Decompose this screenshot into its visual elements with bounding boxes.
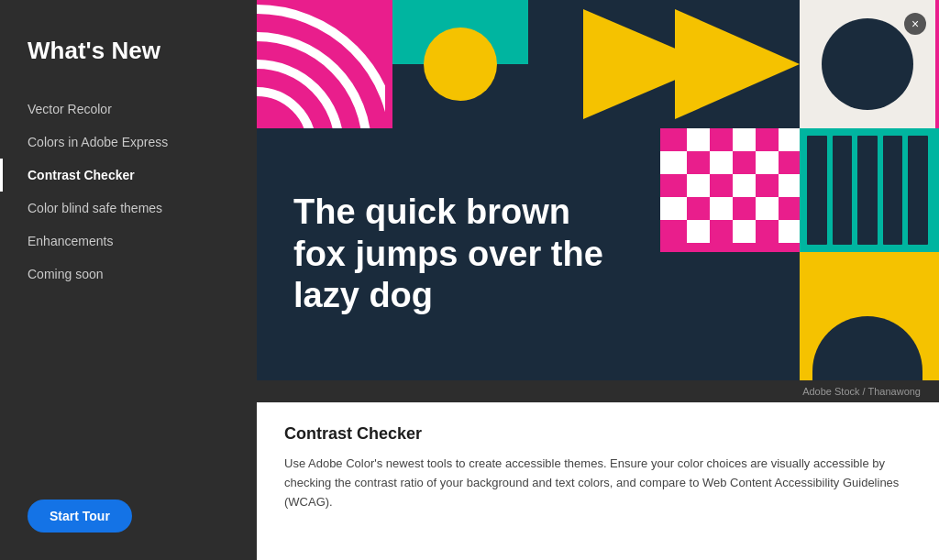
sidebar-item-coming-soon[interactable]: Coming soon xyxy=(0,258,257,291)
svg-rect-57 xyxy=(733,197,756,220)
hero-text-panel: The quick brown fox jumps over the lazy … xyxy=(257,128,660,380)
mosaic-cell-yellow-halfcircle xyxy=(800,252,935,380)
sidebar: What's New Vector Recolor Colors in Adob… xyxy=(0,0,257,560)
mosaic-cell-checkerboard2 xyxy=(664,128,800,252)
svg-rect-61 xyxy=(687,220,710,243)
svg-rect-55 xyxy=(687,197,710,220)
svg-rect-42 xyxy=(664,151,687,174)
mosaic-cell-pink-arcs xyxy=(257,0,392,128)
svg-rect-56 xyxy=(710,197,733,220)
mosaic-cell-yellow xyxy=(935,252,939,380)
mosaic-cell-pink-dots xyxy=(935,0,939,128)
hero-area: The quick brown fox jumps over the lazy … xyxy=(257,0,939,380)
sidebar-footer: Start Tour xyxy=(0,500,257,533)
mosaic-cell-teal-lines xyxy=(800,128,935,252)
concentric-arcs-icon xyxy=(257,0,385,128)
info-panel: Contrast Checker Use Adobe Color's newes… xyxy=(257,402,939,560)
svg-rect-62 xyxy=(710,220,733,243)
svg-rect-36 xyxy=(664,128,687,151)
svg-rect-65 xyxy=(779,220,800,243)
svg-rect-37 xyxy=(687,128,710,151)
svg-rect-64 xyxy=(756,220,779,243)
start-tour-button[interactable]: Start Tour xyxy=(28,500,132,533)
svg-rect-44 xyxy=(710,151,733,174)
svg-rect-52 xyxy=(756,174,779,197)
mosaic-cell-teal-lines2 xyxy=(935,128,939,252)
sidebar-item-colors-adobe-express[interactable]: Colors in Adobe Express xyxy=(0,126,257,159)
svg-rect-63 xyxy=(733,220,756,243)
svg-rect-50 xyxy=(710,174,733,197)
svg-point-0 xyxy=(257,92,312,128)
svg-rect-59 xyxy=(779,197,800,220)
info-description: Use Adobe Color's newest tools to create… xyxy=(284,455,911,511)
mosaic-cell-dark-arrow xyxy=(528,0,800,128)
svg-rect-54 xyxy=(664,197,687,220)
svg-rect-38 xyxy=(710,128,733,151)
nav-list: Vector Recolor Colors in Adobe Express C… xyxy=(0,93,257,500)
mosaic-cell-teal-circle xyxy=(392,0,528,128)
svg-rect-46 xyxy=(756,151,779,174)
svg-rect-53 xyxy=(779,174,800,197)
info-title: Contrast Checker xyxy=(284,424,911,444)
checkerboard2-icon xyxy=(664,128,800,252)
svg-rect-58 xyxy=(756,197,779,220)
attribution-text: Adobe Stock / Thanawong xyxy=(257,380,939,402)
svg-marker-5 xyxy=(675,9,800,119)
svg-rect-43 xyxy=(687,151,710,174)
svg-rect-51 xyxy=(733,174,756,197)
svg-rect-45 xyxy=(733,151,756,174)
svg-rect-60 xyxy=(664,220,687,243)
svg-rect-40 xyxy=(756,128,779,151)
close-button[interactable]: × xyxy=(904,13,926,35)
svg-rect-49 xyxy=(687,174,710,197)
hero-text: The quick brown fox jumps over the lazy … xyxy=(293,192,624,317)
arrow-icon xyxy=(528,0,800,128)
svg-rect-41 xyxy=(779,128,800,151)
sidebar-title: What's New xyxy=(0,37,257,93)
sidebar-item-vector-recolor[interactable]: Vector Recolor xyxy=(0,93,257,126)
svg-rect-48 xyxy=(664,174,687,197)
sidebar-item-contrast-checker[interactable]: Contrast Checker xyxy=(0,159,257,192)
sidebar-item-enhancements[interactable]: Enhancements xyxy=(0,225,257,258)
svg-rect-47 xyxy=(779,151,800,174)
svg-rect-39 xyxy=(733,128,756,151)
sidebar-item-color-blind-safe[interactable]: Color blind safe themes xyxy=(0,192,257,225)
main-content: × xyxy=(257,0,939,560)
